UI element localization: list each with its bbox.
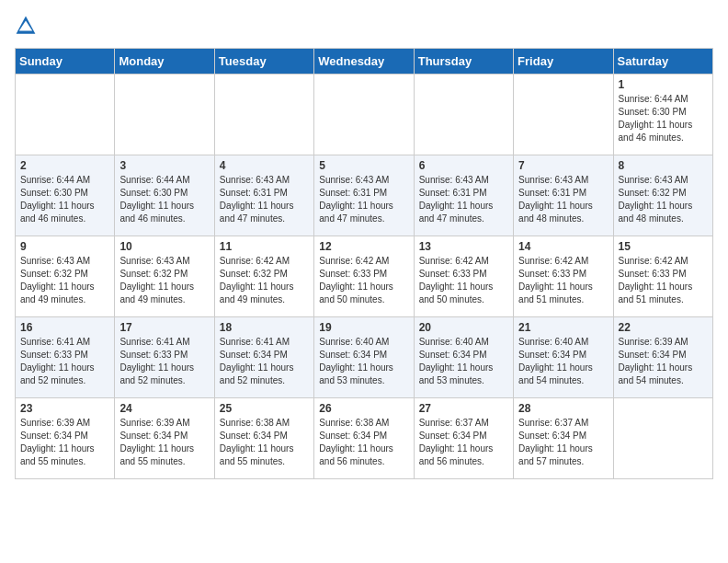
day-number: 9 bbox=[20, 240, 109, 253]
day-info: Sunrise: 6:44 AM Sunset: 6:30 PM Dayligh… bbox=[119, 174, 209, 225]
day-info: Sunrise: 6:40 AM Sunset: 6:34 PM Dayligh… bbox=[419, 336, 508, 387]
calendar-cell: 14Sunrise: 6:42 AM Sunset: 6:33 PM Dayli… bbox=[514, 236, 613, 317]
weekday-header-sunday: Sunday bbox=[16, 49, 115, 75]
day-info: Sunrise: 6:38 AM Sunset: 6:34 PM Dayligh… bbox=[220, 417, 309, 468]
day-info: Sunrise: 6:43 AM Sunset: 6:31 PM Dayligh… bbox=[319, 174, 408, 225]
weekday-header-saturday: Saturday bbox=[613, 49, 712, 75]
calendar-cell: 17Sunrise: 6:41 AM Sunset: 6:33 PM Dayli… bbox=[115, 317, 214, 398]
calendar-cell: 7Sunrise: 6:43 AM Sunset: 6:31 PM Daylig… bbox=[514, 155, 613, 236]
calendar-cell bbox=[414, 75, 513, 155]
day-info: Sunrise: 6:41 AM Sunset: 6:33 PM Dayligh… bbox=[20, 336, 109, 387]
header bbox=[15, 15, 713, 37]
day-number: 18 bbox=[220, 321, 309, 334]
week-row-4: 16Sunrise: 6:41 AM Sunset: 6:33 PM Dayli… bbox=[16, 317, 713, 398]
calendar-cell: 11Sunrise: 6:42 AM Sunset: 6:32 PM Dayli… bbox=[214, 236, 313, 317]
weekday-header-monday: Monday bbox=[115, 49, 214, 75]
calendar-cell: 18Sunrise: 6:41 AM Sunset: 6:34 PM Dayli… bbox=[214, 317, 313, 398]
day-number: 21 bbox=[518, 321, 608, 334]
calendar-cell bbox=[16, 75, 115, 155]
day-number: 6 bbox=[419, 159, 508, 172]
day-number: 19 bbox=[319, 321, 408, 334]
calendar-cell: 12Sunrise: 6:42 AM Sunset: 6:33 PM Dayli… bbox=[314, 236, 414, 317]
day-info: Sunrise: 6:43 AM Sunset: 6:32 PM Dayligh… bbox=[119, 255, 209, 306]
day-info: Sunrise: 6:41 AM Sunset: 6:34 PM Dayligh… bbox=[220, 336, 309, 387]
logo-icon bbox=[15, 15, 37, 37]
day-info: Sunrise: 6:42 AM Sunset: 6:33 PM Dayligh… bbox=[518, 255, 608, 306]
day-number: 16 bbox=[20, 321, 109, 334]
weekday-header-tuesday: Tuesday bbox=[214, 49, 313, 75]
day-number: 14 bbox=[518, 240, 608, 253]
calendar-cell: 5Sunrise: 6:43 AM Sunset: 6:31 PM Daylig… bbox=[314, 155, 414, 236]
calendar-cell: 28Sunrise: 6:37 AM Sunset: 6:34 PM Dayli… bbox=[514, 398, 613, 479]
day-info: Sunrise: 6:43 AM Sunset: 6:32 PM Dayligh… bbox=[20, 255, 109, 306]
logo bbox=[15, 15, 39, 37]
day-number: 3 bbox=[119, 159, 209, 172]
day-info: Sunrise: 6:37 AM Sunset: 6:34 PM Dayligh… bbox=[518, 417, 608, 468]
weekday-header-friday: Friday bbox=[514, 49, 613, 75]
day-info: Sunrise: 6:44 AM Sunset: 6:30 PM Dayligh… bbox=[619, 93, 708, 144]
day-info: Sunrise: 6:42 AM Sunset: 6:33 PM Dayligh… bbox=[319, 255, 408, 306]
calendar-cell: 21Sunrise: 6:40 AM Sunset: 6:34 PM Dayli… bbox=[514, 317, 613, 398]
calendar-cell: 20Sunrise: 6:40 AM Sunset: 6:34 PM Dayli… bbox=[414, 317, 513, 398]
day-info: Sunrise: 6:44 AM Sunset: 6:30 PM Dayligh… bbox=[20, 174, 109, 225]
day-number: 26 bbox=[319, 402, 408, 415]
week-row-2: 2Sunrise: 6:44 AM Sunset: 6:30 PM Daylig… bbox=[16, 155, 713, 236]
day-info: Sunrise: 6:37 AM Sunset: 6:34 PM Dayligh… bbox=[419, 417, 508, 468]
day-info: Sunrise: 6:42 AM Sunset: 6:33 PM Dayligh… bbox=[619, 255, 708, 306]
calendar-cell: 1Sunrise: 6:44 AM Sunset: 6:30 PM Daylig… bbox=[613, 75, 712, 155]
day-number: 12 bbox=[319, 240, 408, 253]
day-number: 28 bbox=[518, 402, 608, 415]
day-info: Sunrise: 6:38 AM Sunset: 6:34 PM Dayligh… bbox=[319, 417, 408, 468]
calendar-cell: 22Sunrise: 6:39 AM Sunset: 6:34 PM Dayli… bbox=[613, 317, 712, 398]
calendar-cell: 13Sunrise: 6:42 AM Sunset: 6:33 PM Dayli… bbox=[414, 236, 513, 317]
calendar-cell bbox=[115, 75, 214, 155]
calendar-cell: 9Sunrise: 6:43 AM Sunset: 6:32 PM Daylig… bbox=[16, 236, 115, 317]
calendar-table: SundayMondayTuesdayWednesdayThursdayFrid… bbox=[15, 48, 713, 479]
calendar-cell: 10Sunrise: 6:43 AM Sunset: 6:32 PM Dayli… bbox=[115, 236, 214, 317]
day-number: 24 bbox=[119, 402, 209, 415]
day-number: 7 bbox=[518, 159, 608, 172]
day-number: 23 bbox=[20, 402, 109, 415]
calendar-cell bbox=[214, 75, 313, 155]
calendar-cell: 23Sunrise: 6:39 AM Sunset: 6:34 PM Dayli… bbox=[16, 398, 115, 479]
calendar-cell: 19Sunrise: 6:40 AM Sunset: 6:34 PM Dayli… bbox=[314, 317, 414, 398]
calendar-cell: 6Sunrise: 6:43 AM Sunset: 6:31 PM Daylig… bbox=[414, 155, 513, 236]
day-info: Sunrise: 6:39 AM Sunset: 6:34 PM Dayligh… bbox=[119, 417, 209, 468]
day-number: 17 bbox=[119, 321, 209, 334]
day-info: Sunrise: 6:43 AM Sunset: 6:31 PM Dayligh… bbox=[518, 174, 608, 225]
weekday-header-wednesday: Wednesday bbox=[314, 49, 414, 75]
day-info: Sunrise: 6:39 AM Sunset: 6:34 PM Dayligh… bbox=[619, 336, 708, 387]
calendar-cell: 4Sunrise: 6:43 AM Sunset: 6:31 PM Daylig… bbox=[214, 155, 313, 236]
calendar-cell: 26Sunrise: 6:38 AM Sunset: 6:34 PM Dayli… bbox=[314, 398, 414, 479]
day-number: 5 bbox=[319, 159, 408, 172]
weekday-header-row: SundayMondayTuesdayWednesdayThursdayFrid… bbox=[16, 49, 713, 75]
week-row-1: 1Sunrise: 6:44 AM Sunset: 6:30 PM Daylig… bbox=[16, 75, 713, 155]
day-info: Sunrise: 6:43 AM Sunset: 6:32 PM Dayligh… bbox=[619, 174, 708, 225]
day-number: 2 bbox=[20, 159, 109, 172]
calendar-cell: 25Sunrise: 6:38 AM Sunset: 6:34 PM Dayli… bbox=[214, 398, 313, 479]
day-number: 13 bbox=[419, 240, 508, 253]
weekday-header-thursday: Thursday bbox=[414, 49, 513, 75]
day-info: Sunrise: 6:41 AM Sunset: 6:33 PM Dayligh… bbox=[119, 336, 209, 387]
calendar-cell: 8Sunrise: 6:43 AM Sunset: 6:32 PM Daylig… bbox=[613, 155, 712, 236]
calendar-cell: 3Sunrise: 6:44 AM Sunset: 6:30 PM Daylig… bbox=[115, 155, 214, 236]
calendar-cell bbox=[514, 75, 613, 155]
day-info: Sunrise: 6:42 AM Sunset: 6:32 PM Dayligh… bbox=[220, 255, 309, 306]
week-row-5: 23Sunrise: 6:39 AM Sunset: 6:34 PM Dayli… bbox=[16, 398, 713, 479]
calendar-cell: 2Sunrise: 6:44 AM Sunset: 6:30 PM Daylig… bbox=[16, 155, 115, 236]
calendar-cell: 15Sunrise: 6:42 AM Sunset: 6:33 PM Dayli… bbox=[613, 236, 712, 317]
week-row-3: 9Sunrise: 6:43 AM Sunset: 6:32 PM Daylig… bbox=[16, 236, 713, 317]
day-info: Sunrise: 6:40 AM Sunset: 6:34 PM Dayligh… bbox=[518, 336, 608, 387]
day-info: Sunrise: 6:43 AM Sunset: 6:31 PM Dayligh… bbox=[419, 174, 508, 225]
day-number: 8 bbox=[619, 159, 708, 172]
calendar-cell: 24Sunrise: 6:39 AM Sunset: 6:34 PM Dayli… bbox=[115, 398, 214, 479]
day-info: Sunrise: 6:43 AM Sunset: 6:31 PM Dayligh… bbox=[220, 174, 309, 225]
day-number: 15 bbox=[619, 240, 708, 253]
day-number: 1 bbox=[619, 78, 708, 91]
day-info: Sunrise: 6:39 AM Sunset: 6:34 PM Dayligh… bbox=[20, 417, 109, 468]
calendar-cell: 27Sunrise: 6:37 AM Sunset: 6:34 PM Dayli… bbox=[414, 398, 513, 479]
day-number: 20 bbox=[419, 321, 508, 334]
calendar-cell bbox=[613, 398, 712, 479]
day-info: Sunrise: 6:40 AM Sunset: 6:34 PM Dayligh… bbox=[319, 336, 408, 387]
calendar-cell: 16Sunrise: 6:41 AM Sunset: 6:33 PM Dayli… bbox=[16, 317, 115, 398]
